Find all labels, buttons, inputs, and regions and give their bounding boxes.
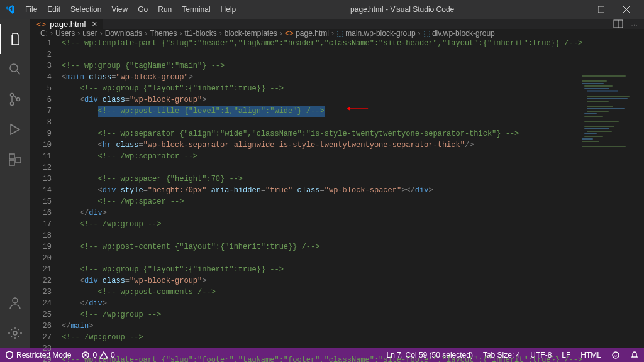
breadcrumb-segment[interactable]: Themes: [150, 29, 177, 38]
menu-item-selection[interactable]: Selection: [65, 3, 106, 16]
code-line[interactable]: [62, 253, 644, 264]
breadcrumb-segment[interactable]: user: [82, 29, 97, 38]
minimize-button[interactable]: [564, 0, 589, 19]
close-tab-icon[interactable]: ×: [92, 19, 97, 29]
code-line[interactable]: <!-- /wp:spacer -->: [62, 196, 644, 207]
breadcrumb-segment[interactable]: Downloads: [105, 29, 142, 38]
svg-rect-9: [9, 154, 14, 159]
extensions-icon[interactable]: [0, 145, 30, 175]
editor-area: <> page.html × ··· C: › Users › user › D…: [30, 19, 644, 348]
code-line[interactable]: <!-- wp:separator {"align":"wide","class…: [62, 128, 644, 140]
chevron-right-icon: ›: [50, 29, 53, 38]
vscode-logo-icon: [5, 4, 15, 14]
code-line[interactable]: <!-- wp:post-content {"layout":{"inherit…: [62, 241, 644, 253]
breadcrumb-segment[interactable]: C:: [40, 29, 48, 38]
code-line[interactable]: <!-- wp:post-title {"level":1,"align":"w…: [62, 106, 644, 117]
svg-line-5: [17, 71, 20, 74]
breadcrumb-file[interactable]: <> page.html: [285, 29, 329, 38]
code-line[interactable]: <!-- /wp:group -->: [62, 219, 644, 230]
code-line[interactable]: <!-- wp:spacer {"height":70} -->: [62, 173, 644, 185]
svg-point-8: [17, 98, 20, 101]
accounts-icon[interactable]: [0, 288, 30, 318]
editor-tabs: <> page.html × ···: [30, 19, 644, 29]
svg-rect-1: [598, 6, 604, 13]
svg-marker-17: [347, 107, 350, 110]
svg-point-4: [10, 64, 18, 72]
code-line[interactable]: <!-- wp:post-comments /-->: [62, 287, 644, 298]
menu-item-view[interactable]: View: [106, 3, 133, 16]
menu-item-terminal[interactable]: Terminal: [177, 3, 215, 16]
close-button[interactable]: [614, 0, 639, 19]
breadcrumb-segment[interactable]: Users: [55, 29, 75, 38]
svg-point-13: [13, 331, 17, 335]
chevron-right-icon: ›: [280, 29, 282, 38]
maximize-button[interactable]: [589, 0, 614, 19]
svg-point-6: [11, 94, 14, 97]
code-line[interactable]: <!-- /wp:separator -->: [62, 151, 644, 162]
code-line[interactable]: </div>: [62, 298, 644, 309]
svg-rect-10: [9, 160, 14, 165]
menu-item-edit[interactable]: Edit: [42, 3, 65, 16]
split-editor-icon[interactable]: [613, 19, 623, 29]
code-line[interactable]: <main class="wp-block-group">: [62, 72, 644, 83]
menu-bar: FileEditSelectionViewGoRunTerminalHelp: [20, 3, 241, 16]
code-line[interactable]: <hr class="wp-block-separator alignwide …: [62, 140, 644, 151]
run-debug-icon[interactable]: [0, 114, 30, 145]
chevron-right-icon: ›: [418, 29, 421, 38]
code-line[interactable]: <!-- /wp:group -->: [62, 309, 644, 321]
breadcrumbs[interactable]: C: › Users › user › Downloads › Themes ›…: [30, 29, 644, 38]
annotation-arrow-icon: [332, 107, 382, 111]
search-icon[interactable]: [0, 54, 30, 84]
code-line[interactable]: [62, 117, 644, 128]
menu-item-file[interactable]: File: [20, 3, 42, 16]
breadcrumb-symbol[interactable]: ⬚ main.wp-block-group: [336, 29, 416, 38]
html-file-icon: <>: [36, 19, 46, 29]
code-line[interactable]: [62, 162, 644, 173]
code-editor[interactable]: 1234567891011121314151617181920212223242…: [30, 38, 644, 362]
code-line[interactable]: <!-- wp:group {"tagName":"main"} -->: [62, 60, 644, 72]
svg-point-12: [13, 298, 18, 303]
line-gutter: 1234567891011121314151617181920212223242…: [30, 38, 62, 362]
more-actions-icon[interactable]: ···: [631, 19, 638, 29]
breadcrumb-symbol[interactable]: ⬚ div.wp-block-group: [423, 29, 495, 38]
chevron-right-icon: ›: [179, 29, 182, 38]
chevron-right-icon: ›: [219, 29, 222, 38]
code-line[interactable]: </main>: [62, 321, 644, 332]
chevron-right-icon: ›: [100, 29, 103, 38]
svg-rect-11: [16, 158, 21, 163]
chevron-right-icon: ›: [77, 29, 80, 38]
code-line[interactable]: <!-- wp:group {"layout":{"inherit":true}…: [62, 83, 644, 94]
code-line[interactable]: <!-- wp:template-part {"slug":"header","…: [62, 38, 644, 49]
window-title: page.html - Visual Studio Code: [241, 5, 564, 14]
svg-rect-0: [573, 9, 579, 9]
breadcrumb-segment[interactable]: block-templates: [225, 29, 277, 38]
tab-label: page.html: [50, 19, 86, 29]
code-line[interactable]: [62, 49, 644, 60]
title-bar: FileEditSelectionViewGoRunTerminalHelp p…: [0, 0, 644, 19]
explorer-icon[interactable]: [0, 24, 30, 54]
code-line[interactable]: <!-- wp:group {"layout":{"inherit":true}…: [62, 264, 644, 275]
menu-item-help[interactable]: Help: [216, 3, 242, 16]
settings-gear-icon[interactable]: [0, 318, 30, 348]
minimap[interactable]: [582, 75, 635, 145]
code-line[interactable]: <!-- wp:template-part {"slug":"footer","…: [62, 354, 644, 362]
activity-bar: [0, 19, 30, 348]
code-line[interactable]: <div class="wp-block-group">: [62, 275, 644, 287]
code-line[interactable]: [62, 343, 644, 354]
svg-point-7: [11, 102, 14, 106]
code-line[interactable]: </div>: [62, 207, 644, 219]
menu-item-go[interactable]: Go: [133, 3, 153, 16]
code-content[interactable]: <!-- wp:template-part {"slug":"header","…: [62, 38, 644, 362]
menu-item-run[interactable]: Run: [153, 3, 177, 16]
breadcrumb-segment[interactable]: tt1-blocks: [184, 29, 216, 38]
source-control-icon[interactable]: [0, 84, 30, 114]
code-line[interactable]: <div style="height:70px" aria-hidden="tr…: [62, 185, 644, 196]
code-line[interactable]: <!-- /wp:group -->: [62, 332, 644, 343]
code-line[interactable]: <div class="wp-block-group">: [62, 94, 644, 106]
chevron-right-icon: ›: [145, 29, 147, 38]
code-line[interactable]: [62, 230, 644, 241]
shield-warning-icon: [5, 351, 14, 359]
chevron-right-icon: ›: [331, 29, 334, 38]
tab-page-html[interactable]: <> page.html ×: [30, 19, 104, 29]
